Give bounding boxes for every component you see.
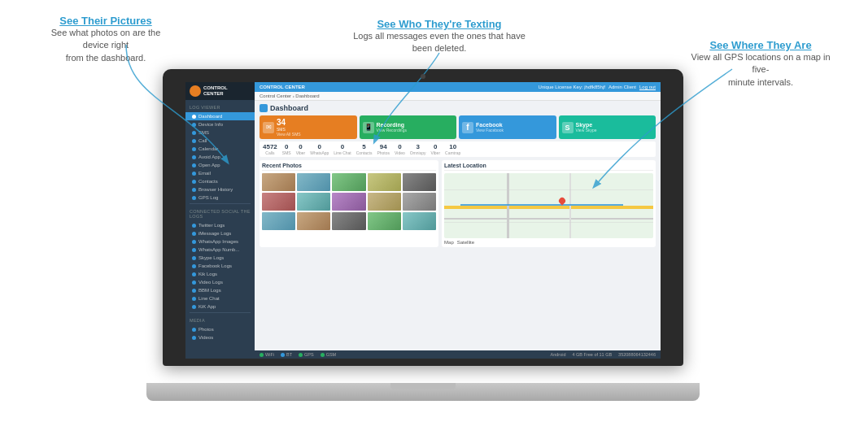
sidebar-item-linechat[interactable]: Line Chat <box>185 294 255 302</box>
sidebar-item-facebook[interactable]: Facebook Logs <box>185 262 255 270</box>
wifi-dot <box>260 353 264 357</box>
photo-thumb-15 <box>403 212 436 230</box>
device-info: Android <box>551 352 566 357</box>
facebook-icon: f <box>462 122 473 133</box>
annotation-see-where-title: See Where They Are <box>683 39 838 51</box>
storage-info: 4 GB Free of 11 GB <box>573 352 613 357</box>
sidebar-item-gps[interactable]: GPS Log <box>185 194 255 202</box>
annotation-see-where-desc: View all GPS locations on a map in five-… <box>683 51 838 89</box>
breadcrumb: Control Center › Dashboard <box>255 92 661 101</box>
sidebar-dot <box>192 264 196 268</box>
sidebar-label: Call <box>198 138 207 143</box>
photo-thumb-1 <box>262 173 295 191</box>
sidebar-label: Line Chat <box>198 296 220 301</box>
stat-card-recording[interactable]: 📱 Recording View Recordings <box>360 115 457 139</box>
sidebar-label: Device Info <box>198 122 223 127</box>
sidebar-label: Twitter Logs <box>198 223 225 228</box>
stats-row: ✉ 34 SMS View All SMS 📱 <box>260 115 656 139</box>
sidebar-item-whatsapp-num[interactable]: WhatsApp Numb... <box>185 246 255 254</box>
skype-sub: View Skype <box>576 128 597 133</box>
bt-label: BT <box>286 352 292 357</box>
sidebar-dot <box>192 297 196 301</box>
laptop-bezel: CONTROL CENTER LOG VIEWER Dashboard Devi… <box>163 69 683 366</box>
log-viewer-label: LOG VIEWER <box>185 102 255 112</box>
sidebar-item-skype[interactable]: Skype Logs <box>185 254 255 262</box>
annotation-see-pictures: See Their Pictures See what photos on ar… <box>41 15 171 64</box>
road-v2 <box>569 173 571 238</box>
sidebar-dot <box>192 139 196 143</box>
sidebar-item-device-info[interactable]: Device Info <box>185 120 255 128</box>
unique-key: Unique License Key: jhdfk85hjf <box>539 85 605 89</box>
laptop: CONTROL CENTER LOG VIEWER Dashboard Devi… <box>146 69 700 411</box>
sidebar-logo: CONTROL CENTER <box>185 82 255 100</box>
sidebar-item-email[interactable]: Email <box>185 169 255 177</box>
sidebar-item-calendar[interactable]: Calendar <box>185 145 255 153</box>
num-photos: 94 Photos <box>377 143 390 155</box>
sidebar-dot <box>192 172 196 176</box>
road-h1 <box>444 206 653 209</box>
dashboard-page: Dashboard ✉ 34 SMS View All SMS <box>255 101 661 350</box>
sidebar-dot <box>192 147 196 151</box>
sidebar-label: KiK App <box>198 304 216 309</box>
device-label: Android <box>551 352 566 357</box>
stat-card-facebook[interactable]: f Facebook View Facebook <box>459 115 556 139</box>
sidebar-dot <box>192 281 196 285</box>
sidebar-item-photos[interactable]: Photos <box>185 325 255 333</box>
map-panel-title: Latest Location <box>444 163 653 171</box>
sms-count: 34 <box>277 118 301 127</box>
map-controls: Map Satellite <box>444 240 653 245</box>
annotation-see-who: See Who They're Texting Logs all message… <box>350 18 529 55</box>
num-omnispy: 3 Omnispy <box>410 143 426 155</box>
sidebar-item-browser[interactable]: Browser History <box>185 185 255 194</box>
photos-row3 <box>262 212 436 230</box>
sidebar-dot <box>192 180 196 184</box>
media-label: MEDIA <box>185 315 255 325</box>
sidebar-dot <box>192 240 196 244</box>
photo-thumb-13 <box>332 212 365 230</box>
sidebar-dot <box>192 123 196 127</box>
sidebar-item-bbm[interactable]: BBM Logs <box>185 286 255 294</box>
topbar-brand: CONTROL CENTER <box>260 85 305 89</box>
num-viber: 0 Viber <box>296 143 306 155</box>
stat-card-skype[interactable]: S Skype View Skype <box>559 115 656 139</box>
photo-thumb-8 <box>332 193 365 211</box>
photo-thumb-12 <box>297 212 330 230</box>
map-panel: Latest Location <box>442 160 656 247</box>
sidebar-label: Kik Logs <box>198 272 217 276</box>
sidebar-item-video[interactable]: Video Logs <box>185 278 255 286</box>
sidebar-item-open-app[interactable]: Open App <box>185 161 255 169</box>
sidebar-item-contacts[interactable]: Contacts <box>185 177 255 185</box>
recording-label: Recording <box>377 122 407 128</box>
sidebar-dot <box>192 131 196 135</box>
sidebar-item-sms[interactable]: SMS <box>185 128 255 137</box>
sidebar-label: WhatsApp Numb... <box>198 247 239 252</box>
sidebar-dot <box>192 336 196 340</box>
sidebar-item-kik[interactable]: Kik Logs <box>185 270 255 278</box>
bottom-bar: WiFi BT GPS <box>255 350 661 359</box>
sidebar-item-avoid-app[interactable]: Avoid App <box>185 153 255 161</box>
stat-card-sms[interactable]: ✉ 34 SMS View All SMS <box>260 115 357 139</box>
sidebar-item-whatsapp-img[interactable]: WhatsApp Images <box>185 237 255 246</box>
annotation-see-where: See Where They Are View all GPS location… <box>683 39 838 89</box>
sidebar-item-twitter[interactable]: Twitter Logs <box>185 221 255 229</box>
sidebar-label: Facebook Logs <box>198 263 232 268</box>
annotation-see-pictures-desc: See what photos on are the device rightf… <box>41 27 171 64</box>
laptop-body: CONTROL CENTER LOG VIEWER Dashboard Devi… <box>146 69 700 386</box>
sidebar-item-imessage[interactable]: iMessage Logs <box>185 229 255 237</box>
sidebar-dot <box>192 248 196 252</box>
sidebar-dot <box>192 188 196 192</box>
sidebar-item-videos[interactable]: Videos <box>185 333 255 342</box>
sidebar-item-kik-app[interactable]: KiK App <box>185 302 255 311</box>
sidebar-label: Avoid App <box>198 154 220 159</box>
sidebar-item-dashboard[interactable]: Dashboard <box>185 112 255 120</box>
num-viber2: 0 Viber <box>430 143 440 155</box>
num-camtrap: 10 Camtrap <box>445 143 460 155</box>
num-contacts: 5 Contacts <box>356 143 373 155</box>
sms-icon: ✉ <box>263 122 274 133</box>
dashboard-icon <box>260 104 268 112</box>
annotation-see-who-desc: Logs all messages even the ones that hav… <box>350 30 529 55</box>
logout-link[interactable]: Log out <box>639 85 656 89</box>
wifi-label: WiFi <box>265 352 274 357</box>
sidebar-item-call[interactable]: Call <box>185 137 255 145</box>
annotation-see-who-title: See Who They're Texting <box>350 18 529 30</box>
